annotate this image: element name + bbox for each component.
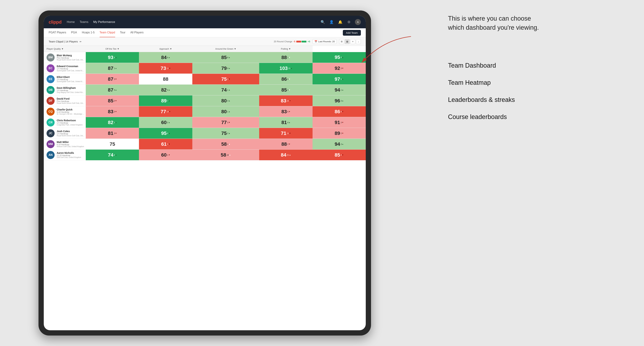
table-row: EC Edward Crossman 1-5 Handicap Sunningd… bbox=[44, 63, 366, 74]
nav-link-myperformance[interactable]: My Performance bbox=[93, 19, 115, 24]
player-club: Royal North Devon Golf Club, United King… bbox=[57, 59, 85, 61]
score-cell-2-0: 87 3▼ bbox=[86, 74, 139, 85]
score-cell-9-3: 84 21▲ bbox=[259, 150, 312, 161]
score-cell-5-2: 80 1▲ bbox=[192, 106, 259, 117]
player-avatar: JC bbox=[46, 129, 54, 137]
player-name: Charlie Quick bbox=[57, 108, 85, 111]
right-panel: This is where you can choose which dashb… bbox=[392, 0, 644, 346]
players-table: Player Quality ▼ Off the Tee ▼ Approach … bbox=[44, 46, 366, 161]
settings-icon[interactable]: ⚙ bbox=[346, 19, 352, 25]
table-row: BM Blair McHarg Plus Handicap Royal Nort… bbox=[44, 52, 366, 63]
player-cell-5[interactable]: CQ Charlie Quick 6-10 Handicap St. Georg… bbox=[44, 106, 86, 117]
score-inner: 83 3▼ bbox=[86, 107, 138, 116]
tab-pgat-players[interactable]: PGAT Players bbox=[49, 28, 66, 37]
player-cell-6[interactable]: CR Chris Robertson 1-5 Handicap Craigmil… bbox=[44, 117, 86, 128]
score-inner: 85 3▼ bbox=[260, 85, 312, 95]
grid-view-button[interactable]: ⊞ bbox=[339, 39, 344, 44]
score-cell-7-1: 95 8▲ bbox=[139, 128, 192, 139]
score-value: 89 bbox=[161, 98, 166, 104]
player-name: Chris Robertson bbox=[57, 119, 82, 122]
player-cell-7[interactable]: JC Josh Coles 1-5 Handicap Royal North D… bbox=[44, 128, 86, 139]
player-cell-8[interactable]: MM Matt Miller 6-10 Handicap Woburn Golf… bbox=[44, 139, 86, 150]
score-inner: 94 1▲ bbox=[313, 85, 365, 95]
score-value: 83 bbox=[281, 98, 286, 104]
score-inner: 60 1▼ bbox=[140, 150, 192, 160]
last-rounds-button[interactable]: 📅 Last Rounds: 20 bbox=[312, 39, 337, 44]
score-value: 58 bbox=[221, 152, 226, 158]
player-club: Craigmillar Park, United Kingdom bbox=[57, 124, 82, 126]
player-avatar: DB bbox=[46, 86, 54, 94]
score-change: 3▼ bbox=[114, 78, 117, 80]
score-value: 58 bbox=[221, 141, 226, 147]
tab-pga[interactable]: PGA bbox=[71, 28, 77, 37]
score-inner: 61 3▼ bbox=[140, 140, 192, 149]
search-icon[interactable]: 🔍 bbox=[320, 19, 326, 25]
player-avatar: CQ bbox=[46, 108, 54, 116]
subnav-tabs: PGAT Players PGA Hcaps 1-5 Team Clippd T… bbox=[49, 28, 144, 37]
score-change: 4▲ bbox=[227, 143, 230, 145]
score-inner: 82 4▲ bbox=[140, 85, 192, 95]
player-details: Dave Billingham 1-5 Handicap Gog Magog G… bbox=[57, 86, 85, 93]
callout-arrow bbox=[350, 35, 416, 73]
score-inner: 95 8▲ bbox=[140, 129, 192, 138]
score-inner: 79 9▲ bbox=[193, 64, 259, 73]
score-cell-8-0: 75 bbox=[86, 139, 139, 150]
score-value: 88 bbox=[282, 141, 287, 147]
callout-item-2: Team Heatmap bbox=[448, 79, 630, 86]
score-value: 83 bbox=[282, 109, 287, 114]
score-cell-0-0: 93 9▲ bbox=[86, 52, 139, 63]
score-inner: 75 2▲ bbox=[193, 129, 259, 138]
score-inner: 86 8▼ bbox=[313, 107, 365, 116]
player-avatar: EC bbox=[46, 64, 54, 72]
bell-icon[interactable]: 🔔 bbox=[338, 19, 343, 25]
score-value: 85 bbox=[334, 152, 340, 158]
score-inner: 73 11▼ bbox=[140, 64, 192, 73]
user-icon[interactable]: 👤 bbox=[329, 19, 334, 25]
edit-team-icon[interactable]: ✏ bbox=[80, 40, 82, 43]
score-value: 103 bbox=[280, 65, 288, 71]
score-cell-6-1: 60 2▲ bbox=[139, 117, 192, 128]
score-inner: 94 3▲ bbox=[313, 140, 365, 149]
player-hcap: 1-5 Handicap bbox=[57, 68, 85, 70]
score-value: 75 bbox=[110, 141, 115, 147]
score-inner: 96 3▲ bbox=[313, 96, 365, 105]
score-value: 89 bbox=[334, 131, 340, 136]
tablet-screen: clippd Home Teams My Performance 🔍 👤 🔔 ⚙… bbox=[44, 16, 366, 330]
player-cell-3[interactable]: DB Dave Billingham 1-5 Handicap Gog Mago… bbox=[44, 85, 86, 95]
score-value: 75 bbox=[221, 131, 226, 136]
score-change: 4▼ bbox=[340, 154, 344, 156]
nav-link-home[interactable]: Home bbox=[67, 19, 75, 24]
score-change: 4▲ bbox=[287, 121, 290, 124]
tab-tour[interactable]: Tour bbox=[120, 28, 126, 37]
tab-team-clippd[interactable]: Team Clippd bbox=[100, 28, 115, 37]
avatar[interactable]: A bbox=[355, 19, 361, 25]
table-row: JC Josh Coles 1-5 Handicap Royal North D… bbox=[44, 128, 366, 139]
nav-link-teams[interactable]: Teams bbox=[80, 19, 88, 24]
player-details: David Ford Plus Handicap Royal North Dev… bbox=[57, 97, 85, 104]
table-view-button[interactable]: ▦ bbox=[345, 39, 350, 44]
player-name: Blair McHarg bbox=[57, 54, 85, 57]
player-cell-2[interactable]: EE Elliot Ebert 1-5 Handicap Sunningdale… bbox=[44, 74, 86, 85]
player-cell-1[interactable]: EC Edward Crossman 1-5 Handicap Sunningd… bbox=[44, 63, 86, 74]
player-cell-0[interactable]: BM Blair McHarg Plus Handicap Royal Nort… bbox=[44, 52, 86, 63]
score-inner: 85 8▲ bbox=[193, 53, 259, 62]
player-name: Dave Billingham bbox=[57, 86, 85, 89]
round-change-label: 20 Round Change -5 +5 bbox=[274, 40, 310, 43]
score-cell-6-4: 91 3▼ bbox=[312, 117, 366, 128]
player-cell-9[interactable]: AN Aaron Nicholls 11-15 Handicap Drift G… bbox=[44, 150, 86, 161]
score-value: 95 bbox=[334, 54, 340, 60]
callout-list: Team Dashboard Team Heatmap Leaderboards… bbox=[448, 62, 630, 130]
score-change: 9▲ bbox=[227, 67, 230, 69]
score-change: 1▲ bbox=[227, 89, 230, 91]
score-cell-4-1: 89 7▲ bbox=[139, 95, 192, 106]
score-value: 77 bbox=[221, 120, 226, 125]
score-inner: 75 bbox=[86, 140, 138, 149]
player-club: Gog Magog Golf Club, United Kingdom bbox=[57, 91, 85, 93]
tab-hcaps[interactable]: Hcaps 1-5 bbox=[82, 28, 95, 37]
tab-all-players[interactable]: All Players bbox=[130, 28, 144, 37]
player-hcap: 6-10 Handicap bbox=[57, 144, 84, 146]
player-cell-4[interactable]: DF David Ford Plus Handicap Royal North … bbox=[44, 95, 86, 106]
tablet-frame: clippd Home Teams My Performance 🔍 👤 🔔 ⚙… bbox=[38, 10, 371, 336]
score-change: 5▲ bbox=[340, 78, 344, 80]
score-cell-4-4: 96 3▲ bbox=[312, 95, 366, 106]
